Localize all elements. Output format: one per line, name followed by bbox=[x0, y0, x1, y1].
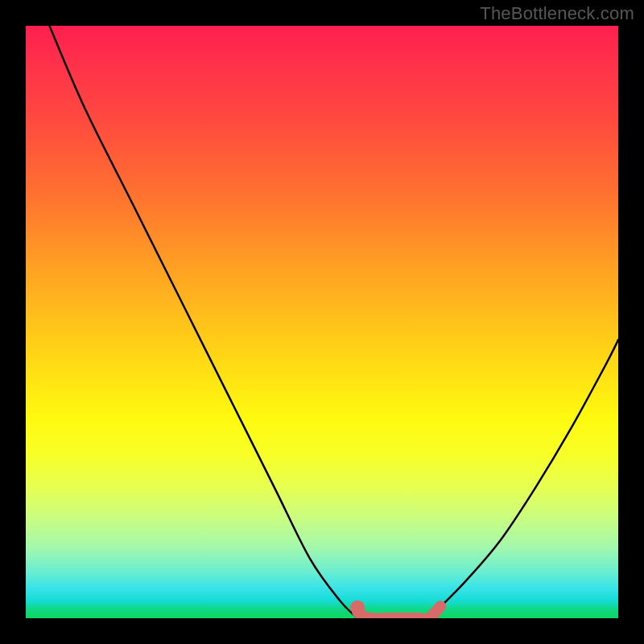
plot-area bbox=[26, 26, 618, 618]
curves-svg bbox=[26, 26, 618, 618]
chart-frame: TheBottleneck.com bbox=[0, 0, 644, 644]
highlight-dot-icon bbox=[350, 601, 365, 615]
curve-left bbox=[49, 26, 357, 618]
curve-right bbox=[428, 340, 618, 618]
watermark-text: TheBottleneck.com bbox=[480, 3, 634, 24]
curve-highlight bbox=[357, 606, 440, 618]
